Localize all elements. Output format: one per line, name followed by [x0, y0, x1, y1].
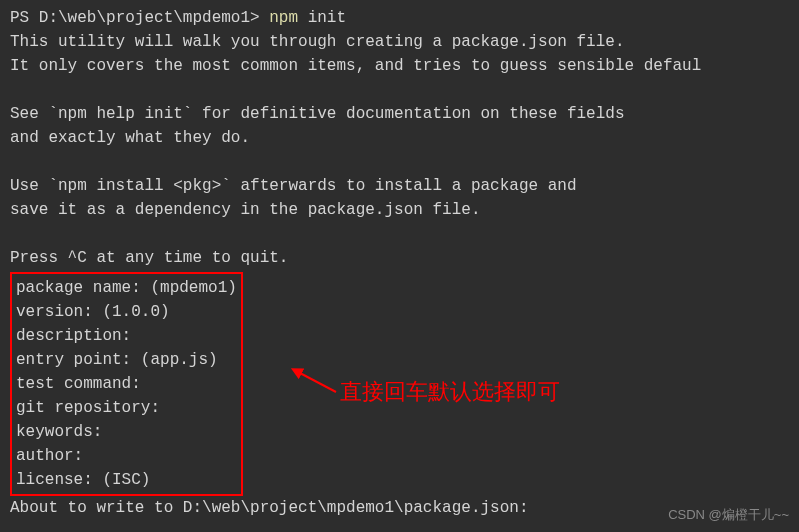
command-arg: init [298, 9, 346, 27]
output-line: It only covers the most common items, an… [10, 54, 789, 78]
prompt-description[interactable]: description: [16, 324, 237, 348]
blank-line [10, 150, 789, 174]
blank-line [10, 78, 789, 102]
prompt-keywords[interactable]: keywords: [16, 420, 237, 444]
prompt-package-name[interactable]: package name: (mpdemo1) [16, 276, 237, 300]
prompt-test-command[interactable]: test command: [16, 372, 237, 396]
blank-line [10, 222, 789, 246]
terminal-output: PS D:\web\project\mpdemo1> npm init This… [10, 6, 789, 520]
prompt-version[interactable]: version: (1.0.0) [16, 300, 237, 324]
watermark: CSDN @煸橙干儿~~ [668, 505, 789, 525]
prompt-author[interactable]: author: [16, 444, 237, 468]
output-line: Use `npm install <pkg>` afterwards to in… [10, 174, 789, 198]
prompt-prefix: PS [10, 9, 39, 27]
annotation-text: 直接回车默认选择即可 [340, 375, 560, 408]
prompt-git-repository[interactable]: git repository: [16, 396, 237, 420]
prompt-line[interactable]: PS D:\web\project\mpdemo1> npm init [10, 6, 789, 30]
prompt-path: D:\web\project\mpdemo1> [39, 9, 269, 27]
output-line: Press ^C at any time to quit. [10, 246, 789, 270]
output-line: save it as a dependency in the package.j… [10, 198, 789, 222]
highlight-box: package name: (mpdemo1) version: (1.0.0)… [10, 272, 243, 496]
command-name: npm [269, 9, 298, 27]
prompt-entry-point[interactable]: entry point: (app.js) [16, 348, 237, 372]
output-line: See `npm help init` for definitive docum… [10, 102, 789, 126]
output-line: and exactly what they do. [10, 126, 789, 150]
output-line: This utility will walk you through creat… [10, 30, 789, 54]
prompt-license[interactable]: license: (ISC) [16, 468, 237, 492]
